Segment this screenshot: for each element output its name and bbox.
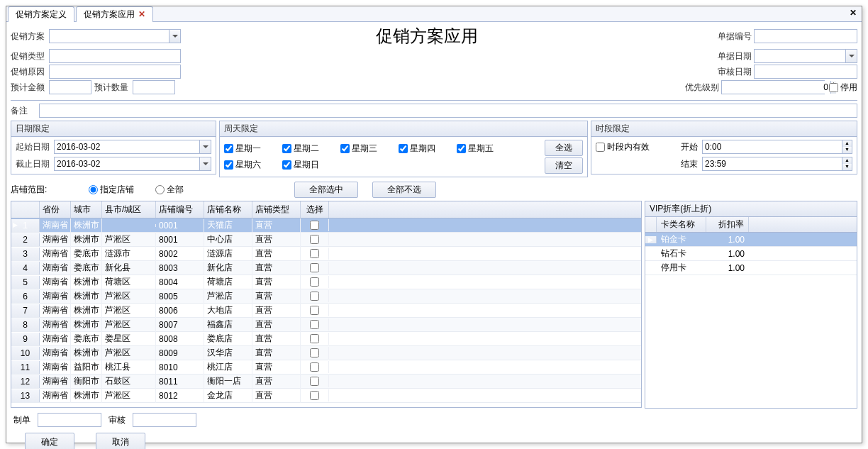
table-row[interactable]: 5湖南省株洲市荷塘区8004荷塘店直营	[11, 275, 641, 289]
col-type[interactable]: 店铺类型	[252, 201, 301, 218]
weekday-checkbox[interactable]	[399, 144, 408, 153]
weekday-4[interactable]: 星期五	[457, 140, 515, 157]
select-all-stores-button[interactable]: 全部选中	[294, 182, 358, 198]
table-row[interactable]: 8湖南省株洲市芦淞区8007福鑫店直营	[11, 318, 641, 332]
table-row[interactable]: 13湖南省株洲市芦淞区8012金龙店直营	[11, 389, 641, 403]
time-start-input[interactable]	[703, 141, 842, 153]
row-checkbox[interactable]	[310, 263, 319, 272]
page-title: 促销方案应用	[376, 27, 478, 45]
priority-spinner[interactable]: ▲▼	[721, 80, 825, 94]
remark-input[interactable]	[39, 104, 857, 118]
table-row[interactable]: 10湖南省株洲市芦淞区8009汉华店直营	[11, 346, 641, 360]
tab-definition[interactable]: 促销方案定义	[8, 6, 74, 22]
weekday-checkbox[interactable]	[457, 144, 466, 153]
row-checkbox[interactable]	[310, 377, 319, 386]
table-row[interactable]: 6湖南省株洲市芦淞区8005芦淞店直营	[11, 289, 641, 304]
deselect-all-stores-button[interactable]: 全部不选	[372, 182, 436, 198]
table-row[interactable]: 9湖南省娄底市娄星区8008娄底店直营	[11, 332, 641, 346]
spinner-down-icon[interactable]: ▼	[842, 147, 852, 153]
window-close-icon[interactable]: ✕	[847, 8, 859, 19]
vip-col-rate[interactable]: 折扣率	[706, 217, 749, 232]
radio-specific[interactable]	[89, 185, 98, 194]
disable-checkbox[interactable]	[829, 83, 838, 92]
radio-all[interactable]	[155, 185, 165, 194]
chevron-down-icon[interactable]	[199, 157, 211, 170]
time-end-input[interactable]	[703, 158, 842, 170]
radio-all-wrap[interactable]: 全部	[155, 184, 184, 196]
spinner-down-icon[interactable]: ▼	[842, 164, 852, 170]
table-row[interactable]: ▶1湖南省株洲市0001天猫店直营	[11, 218, 641, 233]
radio-specific-wrap[interactable]: 指定店铺	[89, 184, 134, 196]
time-enabled-checkbox[interactable]	[596, 143, 605, 152]
row-checkbox[interactable]	[310, 221, 319, 230]
weekday-6[interactable]: 星期日	[282, 157, 340, 173]
vip-row[interactable]: 钻石卡1.00	[645, 247, 857, 261]
spinner-up-icon[interactable]: ▲	[842, 140, 852, 147]
spinner-up-icon[interactable]: ▲	[842, 157, 852, 164]
vip-row[interactable]: 停用卡1.00	[645, 261, 857, 275]
type-input[interactable]	[49, 49, 181, 63]
col-name[interactable]: 店铺名称	[204, 201, 252, 218]
disable-checkbox-wrap[interactable]: 停用	[829, 82, 857, 94]
plan-combo[interactable]	[49, 29, 181, 43]
store-grid-body[interactable]: ▶1湖南省株洲市0001天猫店直营2湖南省株洲市芦淞区8001中心店直营3湖南省…	[11, 218, 641, 407]
week-clear-button[interactable]: 清空	[545, 157, 583, 174]
cancel-button[interactable]: 取消	[96, 433, 145, 449]
weekday-3[interactable]: 星期四	[399, 140, 457, 157]
row-checkbox[interactable]	[310, 249, 319, 258]
time-end-spinner[interactable]: ▲▼	[702, 157, 852, 171]
chevron-down-icon[interactable]	[169, 30, 180, 43]
ok-button[interactable]: 确定	[25, 433, 74, 449]
table-row[interactable]: 12湖南省衡阳市石鼓区8011衡阳一店直营	[11, 375, 641, 389]
table-row[interactable]: 2湖南省株洲市芦淞区8001中心店直营	[11, 233, 641, 247]
row-checkbox[interactable]	[310, 306, 319, 315]
weekday-1[interactable]: 星期二	[282, 140, 340, 157]
time-enabled-wrap[interactable]: 时段内有效	[596, 141, 674, 153]
col-code[interactable]: 店铺编号	[156, 201, 204, 218]
col-city[interactable]: 城市	[71, 201, 102, 218]
table-row[interactable]: 7湖南省株洲市芦淞区8006大地店直营	[11, 304, 641, 318]
auditor-input[interactable]	[133, 413, 196, 427]
row-checkbox[interactable]	[310, 362, 319, 372]
row-checkbox[interactable]	[310, 277, 319, 287]
est-qty-input[interactable]	[133, 80, 175, 94]
weekday-0[interactable]: 星期一	[224, 140, 282, 157]
auditdate-input[interactable]	[754, 65, 857, 79]
col-district[interactable]: 县市/城区	[102, 201, 156, 218]
weekday-2[interactable]: 星期三	[340, 140, 399, 157]
chevron-down-icon[interactable]	[845, 50, 857, 62]
table-row[interactable]: 3湖南省娄底市涟源市8002涟源店直营	[11, 247, 641, 261]
tab-application[interactable]: 促销方案应用 ✕	[76, 6, 153, 22]
row-checkbox[interactable]	[310, 320, 319, 329]
row-checkbox[interactable]	[310, 334, 319, 343]
row-checkbox[interactable]	[310, 391, 319, 400]
row-checkbox[interactable]	[310, 292, 319, 301]
week-select-all-button[interactable]: 全选	[545, 140, 583, 156]
weekday-5[interactable]: 星期六	[224, 157, 282, 173]
col-select[interactable]: 选择	[301, 201, 329, 218]
start-date-combo[interactable]: 2016-03-02	[54, 140, 211, 154]
time-start-spinner[interactable]: ▲▼	[702, 140, 852, 154]
vip-row[interactable]: ▶铂金卡1.00	[645, 233, 857, 247]
col-province[interactable]: 省份	[40, 201, 71, 218]
table-row[interactable]: 11湖南省益阳市桃江县8010桃江店直营	[11, 360, 641, 375]
priority-input[interactable]	[722, 81, 830, 94]
end-date-combo[interactable]: 2016-03-02	[54, 157, 211, 171]
docdate-combo[interactable]	[754, 49, 857, 63]
table-row[interactable]: 4湖南省娄底市新化县8003新化店直营	[11, 261, 641, 275]
row-checkbox[interactable]	[310, 348, 319, 357]
weekday-checkbox[interactable]	[340, 144, 350, 153]
vip-grid-body[interactable]: ▶铂金卡1.00钻石卡1.00停用卡1.00	[645, 233, 857, 275]
est-amount-input[interactable]	[49, 80, 91, 94]
docno-input[interactable]	[754, 29, 857, 43]
chevron-down-icon[interactable]	[199, 140, 211, 153]
weekday-checkbox[interactable]	[224, 160, 233, 170]
weekday-checkbox[interactable]	[224, 144, 233, 153]
creator-input[interactable]	[38, 413, 101, 427]
weekday-checkbox[interactable]	[282, 160, 291, 170]
reason-input[interactable]	[49, 65, 181, 79]
tab-close-icon[interactable]: ✕	[138, 9, 145, 19]
weekday-checkbox[interactable]	[282, 144, 291, 153]
vip-col-name[interactable]: 卡类名称	[657, 217, 706, 232]
row-checkbox[interactable]	[310, 235, 319, 244]
